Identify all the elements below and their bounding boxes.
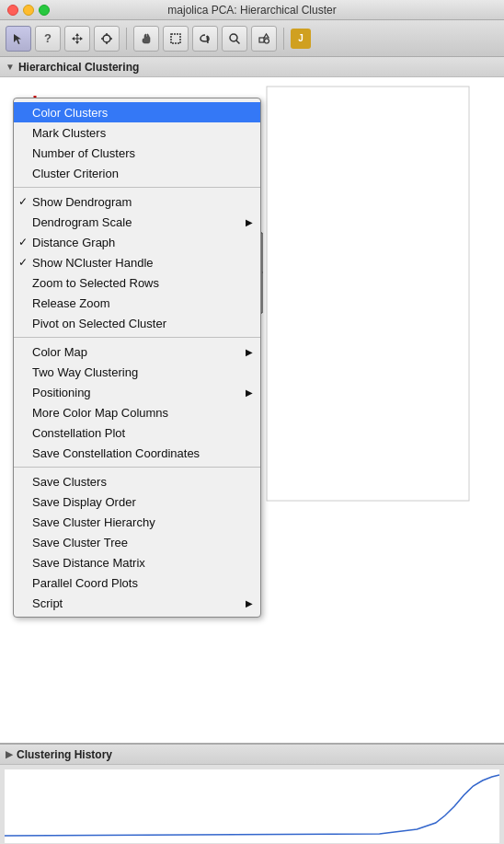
menu-item-color-clusters[interactable]: Color Clusters: [14, 102, 260, 122]
menu-item-label: Two Way Clustering: [32, 365, 138, 379]
menu-item-label: Pivot on Selected Cluster: [32, 317, 166, 330]
app-icon: J: [291, 29, 311, 49]
svg-rect-9: [259, 38, 264, 42]
svg-line-6: [207, 36, 208, 43]
menu-item-label: Parallel Coord Plots: [32, 576, 138, 590]
menu-divider-3: [14, 467, 260, 468]
menu-item-save-display-order[interactable]: Save Display Order: [14, 491, 260, 512]
zoom-tool[interactable]: [222, 26, 247, 52]
menu-item-save-cluster-tree[interactable]: Save Cluster Tree: [14, 532, 260, 552]
menu-item-save-cluster-hierarchy[interactable]: Save Cluster Hierarchy: [14, 512, 260, 532]
menu-item-label: Save Display Order: [32, 495, 136, 509]
panel-header: ▼ Hierarchical Clustering: [0, 57, 504, 77]
menu-item-label: Show Dendrogram: [32, 195, 132, 209]
menu-item-label: Save Clusters: [32, 475, 107, 489]
menu-item-color-map[interactable]: Color Map: [14, 341, 260, 362]
menu-item-label: Release Zoom: [32, 296, 110, 310]
svg-point-0: [103, 35, 110, 42]
menu-item-cluster-criterion[interactable]: Cluster Criterion: [14, 163, 260, 183]
menu-item-label: Save Distance Matrix: [32, 556, 145, 570]
lasso-tool[interactable]: [192, 26, 218, 52]
svg-rect-11: [267, 87, 469, 501]
svg-point-7: [230, 34, 237, 41]
menu-item-script[interactable]: Script: [14, 593, 260, 613]
menu-item-save-distance-matrix[interactable]: Save Distance Matrix: [14, 552, 260, 572]
svg-point-10: [265, 39, 269, 43]
toolbar-separator-1: [126, 28, 127, 50]
menu-item-two-way-clustering[interactable]: Two Way Clustering: [14, 362, 260, 382]
svg-line-8: [236, 40, 240, 44]
menu-item-zoom-to-selected-rows[interactable]: Zoom to Selected Rows: [14, 272, 260, 293]
cursor-tool[interactable]: [6, 26, 31, 52]
crosshair-tool[interactable]: [94, 26, 120, 52]
menu-item-save-clusters[interactable]: Save Clusters: [14, 471, 260, 491]
menu-item-dendrogram-scale[interactable]: Dendrogram Scale: [14, 212, 260, 232]
history-title: Clustering History: [17, 748, 112, 761]
menu-item-distance-graph[interactable]: Distance Graph: [14, 232, 260, 252]
menu-item-label: Mark Clusters: [32, 126, 106, 140]
menu-item-constellation-plot[interactable]: Constellation Plot: [14, 422, 260, 443]
menu-item-label: Number of Clusters: [32, 146, 135, 160]
panel-arrow: ▼: [6, 62, 15, 72]
toolbar-separator-2: [283, 28, 284, 50]
help-tool[interactable]: ?: [35, 26, 61, 52]
menu-item-release-zoom[interactable]: Release Zoom: [14, 293, 260, 313]
select-rect-tool[interactable]: [163, 26, 189, 52]
history-panel: ▶ Clustering History: [0, 743, 504, 844]
menu-divider-2: [14, 337, 260, 338]
dropdown-menu: Color Clusters Mark Clusters Number of C…: [13, 98, 261, 618]
menu-item-label: Save Cluster Tree: [32, 536, 128, 549]
menu-item-show-ncluster-handle[interactable]: Show NCluster Handle: [14, 252, 260, 272]
menu-item-label: Save Cluster Hierarchy: [32, 515, 155, 529]
menu-item-label: Color Clusters: [32, 106, 108, 120]
menu-item-more-color-map-columns[interactable]: More Color Map Columns: [14, 402, 260, 422]
menu-divider-1: [14, 187, 260, 188]
menu-item-label: Color Map: [32, 345, 87, 359]
menu-item-label: Save Constellation Coordinates: [32, 446, 200, 460]
menu-item-label: Cluster Criterion: [32, 167, 119, 180]
help-icon: ?: [44, 31, 52, 45]
menu-item-label: Positioning: [32, 386, 91, 399]
menu-item-label: Distance Graph: [32, 236, 115, 249]
window-controls[interactable]: [7, 5, 50, 16]
maximize-button[interactable]: [39, 5, 50, 16]
special-tool[interactable]: [251, 26, 277, 52]
pan-tool[interactable]: [133, 26, 159, 52]
svg-rect-5: [171, 34, 180, 43]
menu-item-show-dendrogram[interactable]: Show Dendrogram: [14, 191, 260, 212]
menu-item-label: More Color Map Columns: [32, 406, 168, 420]
minimize-button[interactable]: [23, 5, 34, 16]
panel-title: Hierarchical Clustering: [18, 61, 139, 74]
main-area: ▼ Hierarchical Clustering: [0, 57, 504, 844]
toolbar: ? J: [0, 20, 504, 57]
menu-item-label: Zoom to Selected Rows: [32, 276, 159, 290]
svg-rect-103: [5, 769, 499, 843]
window-title: majolica PCA: Hierarchical Cluster: [167, 4, 336, 17]
menu-item-label: Dendrogram Scale: [32, 215, 132, 229]
menu-item-label: Constellation Plot: [32, 426, 125, 440]
history-arrow: ▶: [6, 749, 13, 759]
menu-item-label: Script: [32, 596, 63, 610]
menu-item-mark-clusters[interactable]: Mark Clusters: [14, 122, 260, 143]
menu-item-save-constellation-coordinates[interactable]: Save Constellation Coordinates: [14, 443, 260, 463]
menu-item-number-of-clusters[interactable]: Number of Clusters: [14, 143, 260, 163]
history-header: ▶ Clustering History: [0, 745, 504, 765]
menu-item-pivot-on-selected-cluster[interactable]: Pivot on Selected Cluster: [14, 313, 260, 333]
menu-item-positioning[interactable]: Positioning: [14, 382, 260, 402]
history-chart: [5, 769, 499, 843]
close-button[interactable]: [7, 5, 18, 16]
move-tool[interactable]: [64, 26, 90, 52]
menu-item-parallel-coord-plots[interactable]: Parallel Coord Plots: [14, 572, 260, 593]
title-bar: majolica PCA: Hierarchical Cluster: [0, 0, 504, 20]
history-chart-svg: [5, 769, 499, 843]
menu-item-label: Show NCluster Handle: [32, 256, 154, 270]
